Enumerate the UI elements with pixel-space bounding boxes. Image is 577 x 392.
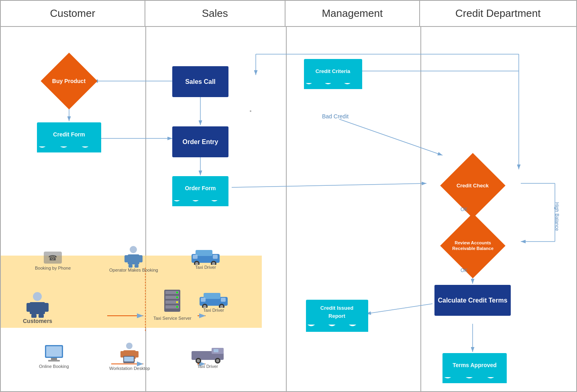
review-ar-diamond: Review Accounts Receivable Balance [442,225,503,266]
customers-person: Customers [23,292,52,324]
credit-issued-report-doc: Credit Issued Report [306,300,368,333]
high-balance-label: High Balance [554,202,560,231]
buy-product-diamond: Buy Product [43,63,95,99]
svg-text:Terms Approved: Terms Approved [453,362,497,368]
svg-point-93 [216,359,219,362]
calculate-credit-rect: Calculate Credit Terms [434,285,511,316]
svg-point-80 [126,343,133,349]
svg-text:Order Form: Order Form [185,185,216,191]
svg-line-13 [366,304,432,314]
header-customer: Customer [1,1,145,26]
svg-rect-75 [221,298,226,302]
svg-rect-67 [176,306,178,308]
content-area: Buy Product Credit Form Sales Call Order… [1,27,577,392]
taxi-driver-2: Taxi Driver [198,290,230,313]
workstation-desktop: Workstation Desktop [109,342,150,371]
svg-rect-69 [204,293,220,299]
diagram-container: Customer Sales Management Credit Departm… [0,0,577,392]
credit-check-diamond: Credit Check [442,165,503,205]
svg-rect-44 [135,264,139,268]
svg-rect-55 [27,303,31,312]
credit-form-doc: Credit Form [37,122,101,154]
svg-text:Credit Criteria: Credit Criteria [316,68,351,74]
svg-rect-79 [48,360,60,362]
svg-rect-66 [176,301,178,303]
ok2-label: OK [461,268,467,273]
svg-rect-43 [128,264,133,268]
headers: Customer Sales Management Credit Departm… [1,1,576,27]
terms-approved-doc: Terms Approved [442,353,507,385]
header-sales: Sales [145,1,286,26]
svg-rect-58 [39,314,44,318]
svg-rect-42 [139,255,143,262]
sales-call-rect: Sales Call [172,66,228,97]
svg-rect-74 [201,298,206,302]
svg-rect-78 [51,358,57,360]
svg-text:Credit Form: Credit Form [53,131,85,138]
svg-line-10 [339,119,442,155]
svg-point-91 [197,359,200,362]
svg-rect-65 [176,297,178,298]
divider-1 [145,27,146,392]
header-credit: Credit Department [420,1,576,26]
svg-rect-40 [128,254,139,264]
svg-rect-54 [30,302,45,314]
taxi-driver-3: Taxi Driver [190,344,226,369]
credit-criteria-doc: Credit Criteria [304,59,362,91]
svg-rect-87 [124,357,134,362]
svg-rect-46 [196,250,212,256]
svg-point-53 [33,292,42,301]
svg-rect-32 [306,300,368,325]
small-dot [250,110,251,112]
svg-point-39 [130,246,137,253]
svg-text:Credit Issued: Credit Issued [320,305,353,311]
svg-rect-56 [44,303,49,312]
taxi-service-server: Taxi Service Server [153,288,192,321]
svg-rect-83 [135,351,139,357]
svg-rect-52 [213,255,218,259]
svg-text:☎: ☎ [48,254,57,262]
svg-text:Report: Report [328,313,346,319]
svg-rect-51 [193,255,198,259]
svg-rect-64 [176,292,178,293]
svg-rect-41 [124,255,128,262]
taxi-driver-1: Taxi Driver [190,247,222,270]
divider-3 [420,27,421,392]
svg-rect-77 [46,346,62,357]
order-form-doc: Order Form [172,176,228,208]
header-management: Management [285,1,420,26]
operator-makes-booking: Operator Makes Booking [109,246,158,272]
svg-rect-94 [214,349,218,352]
order-entry-rect: Order Entry [172,126,228,157]
bad-credit-label: Bad Credit [322,113,349,120]
booking-by-phone: ☎ Booking by Phone [35,250,71,270]
online-booking: Online Booking [39,344,69,369]
svg-rect-57 [31,314,37,318]
divider-2 [286,27,287,392]
ok1-label: OK [461,207,467,212]
svg-line-7 [232,183,426,187]
